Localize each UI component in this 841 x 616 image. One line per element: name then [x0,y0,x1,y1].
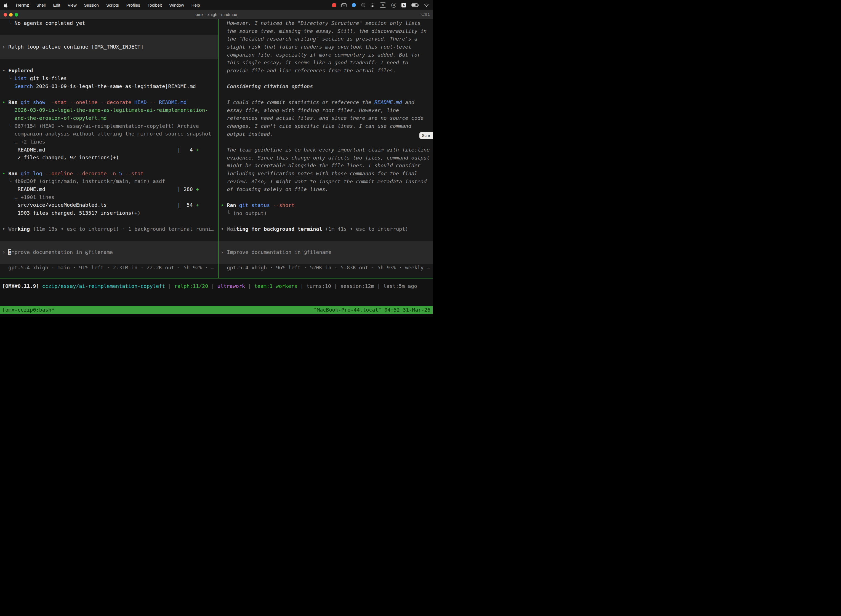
tmux-session-window: [omx-cczip0:bash* [2,307,54,313]
number-key-icon[interactable]: 8 [379,3,386,8]
battery-icon[interactable] [412,3,419,7]
terminal-line: review. Also, I might want to inspect th… [218,178,433,186]
blue-app-icon[interactable] [352,3,356,7]
terminal-line: the "Related research writing" section i… [218,35,433,43]
screen: iTerm2ShellEditViewSessionScriptsProfile… [0,0,433,317]
waiting-status: • Waiting for background terminal (1m 41… [218,225,433,233]
menu-item-shell[interactable]: Shell [37,3,45,7]
terminal-line: • Ran git log --oneline --decorate -n 5 … [0,170,218,178]
window-hotkey: ⌥⌘1 [420,10,430,19]
terminal-line: I could cite commit statistics or refere… [218,98,433,107]
menu-bar: iTerm2ShellEditViewSessionScriptsProfile… [0,0,433,10]
terminal-line: The team guideline is to back every impo… [218,146,433,154]
agents-status: └ No agents completed yet [0,19,218,27]
ralph-loop-banner: › Ralph loop active continue [OMX_TMUX_I… [0,35,218,59]
terminal-line: evidence. Since this change only affects… [218,154,433,162]
omx-status-line: [OMX#0.11.9] cczip/essay/ai-reimplementa… [0,282,433,290]
apple-logo-icon[interactable] [4,3,8,8]
right-terminal-pane[interactable]: However, I noticed the "Directory Struct… [218,19,433,278]
menu-item-edit[interactable]: Edit [53,3,60,7]
terminal-line: slight risk that future readers may over… [218,43,433,51]
terminal-line: 2 files changed, 92 insertions(+) [0,154,218,162]
terminal-line: 1903 files changed, 513517 insertions(+) [0,209,218,217]
dark-app-icon[interactable] [361,3,365,7]
terminal-line: › Improve documentation in @filename [0,248,218,257]
thinking-paragraph-2: I could cite commit statistics or refere… [218,98,433,138]
terminal-line: › Improve documentation in @filename [218,248,433,257]
omx-status-bar: [OMX#0.11.9] cczip/essay/ai-reimplementa… [0,279,433,306]
thinking-paragraph-1: However, I noticed the "Directory Struct… [218,19,433,75]
wifi-icon[interactable] [424,3,429,7]
terminal-line: output instead. [218,130,433,138]
terminal-line: essay file, along with finding root file… [218,107,433,114]
text-cursor: I [8,249,11,255]
terminal-line: • Waiting for background terminal (1m 41… [218,225,433,233]
thinking-paragraph-3: The team guideline is to back every impo… [218,146,433,194]
terminal-line: provide file and line references from th… [218,67,433,75]
terminal-line: the source tree, missing the essay. Stil… [218,27,433,35]
terminal-line: this single essay, it seems like a good … [218,59,433,67]
menu-item-view[interactable]: View [67,3,76,7]
terminal-line: › Ralph loop active continue [OMX_TMUX_I… [0,43,218,51]
terminal-line: including verification notes with those … [218,170,433,178]
terminal-line: … +1901 lines [0,194,218,201]
terminal-line: README.md | 280 + [0,185,218,194]
working-status: • Working (11m 13s • esc to interrupt) ·… [0,225,218,233]
input-source-icon[interactable]: A [401,3,406,7]
terminal-line: changes, I can't cite specific file line… [218,122,433,130]
terminal-line: gpt-5.4 xhigh · main · 91% left · 2.31M … [0,264,218,272]
left-terminal-pane[interactable]: └ No agents completed yet › Ralph loop a… [0,19,218,278]
terminal-line: 2026-03-09-is-legal-the-same-as-legitima… [0,106,218,114]
terminal-line: └ 067f154 (HEAD -> essay/ai-reimplementa… [0,122,218,130]
menu-item-scripts[interactable]: Scripts [106,3,119,7]
session-stats: gpt-5.4 xhigh · 96% left · 520K in · 5.8… [218,264,433,272]
record-indicator-icon[interactable] [332,3,336,7]
screen-tooltip: Scre [419,132,433,139]
composer-input[interactable]: › Improve documentation in @filename [218,241,433,264]
terminal-line: and-the-erosion-of-copyleft.md [0,114,218,122]
terminal-line: • Explored [0,67,218,75]
menu-item-window[interactable]: Window [169,3,184,7]
terminal-line: └ 4b9d30f (origin/main, instructkr/main,… [0,177,218,185]
terminal-line: Considering citation options [218,83,433,91]
explored-section: • Explored └ List git ls-files Search 20… [0,67,218,91]
terminal-line: companion file, especially if more comme… [218,51,433,59]
app-grid-icon[interactable] [371,3,374,7]
terminal-line: └ No agents completed yet [0,19,218,27]
session-stats: gpt-5.4 xhigh · main · 91% left · 2.31M … [0,264,218,272]
terminal-line: might be acceptable alongside the file l… [218,162,433,170]
terminal-line: However, I noticed the "Directory Struct… [218,19,433,27]
keyboard-viewer-icon[interactable] [341,3,347,7]
terminal-line: • Ran git status --short [218,201,433,210]
terminal-line: references need actual files, and since … [218,114,433,122]
terminal-line: of focusing solely on file lines. [218,185,433,194]
terminal-area: └ No agents completed yet › Ralph loop a… [0,19,433,278]
git-status-section: • Ran git status --short └ (no output) [218,201,433,217]
composer-input[interactable]: › Improve documentation in @filename [0,241,218,264]
tmux-status-bar: [omx-cczip0:bash* "MacBook-Pro-44.local"… [0,306,433,314]
terminal-line: • Working (11m 13s • esc to interrupt) ·… [0,225,218,233]
menu-item-help[interactable]: Help [192,3,200,7]
menu-item-iterm2[interactable]: iTerm2 [16,3,29,7]
thinking-heading: Considering citation options [218,83,433,91]
terminal-line: companion analysis without altering the … [0,130,218,138]
menu-item-profiles[interactable]: Profiles [126,3,140,7]
terminal-line: └ (no output) [218,210,433,217]
window-title-bar: omx --xhigh --madmax ⌥⌘1 [0,10,433,19]
battery-gauge-icon[interactable]: 61 [391,3,396,8]
tmux-host-clock: "MacBook-Pro-44.local" 04:52 31-Mar-26 [314,307,431,313]
menu-item-toolbelt[interactable]: Toolbelt [148,3,162,7]
menu-item-session[interactable]: Session [84,3,99,7]
terminal-line: … +2 lines [0,138,218,146]
menu-items: iTerm2ShellEditViewSessionScriptsProfile… [4,3,200,8]
terminal-line: • Ran git show --stat --oneline --decora… [0,98,218,107]
git-show-section: • Ran git show --stat --oneline --decora… [0,98,218,162]
terminal-line: └ List git ls-files [0,75,218,82]
terminal-line: src/voice/voiceModeEnabled.ts | 54 + [0,201,218,209]
terminal-line: Search 2026-03-09-is-legal-the-same-as-l… [0,82,218,91]
terminal-line: gpt-5.4 xhigh · 96% left · 520K in · 5.8… [218,264,433,272]
terminal-line: README.md | 4 + [0,146,218,154]
window-title: omx --xhigh --madmax [0,10,433,19]
git-log-section: • Ran git log --oneline --decorate -n 5 … [0,170,218,217]
menu-bar-status-items: 8 61 A [332,3,429,8]
